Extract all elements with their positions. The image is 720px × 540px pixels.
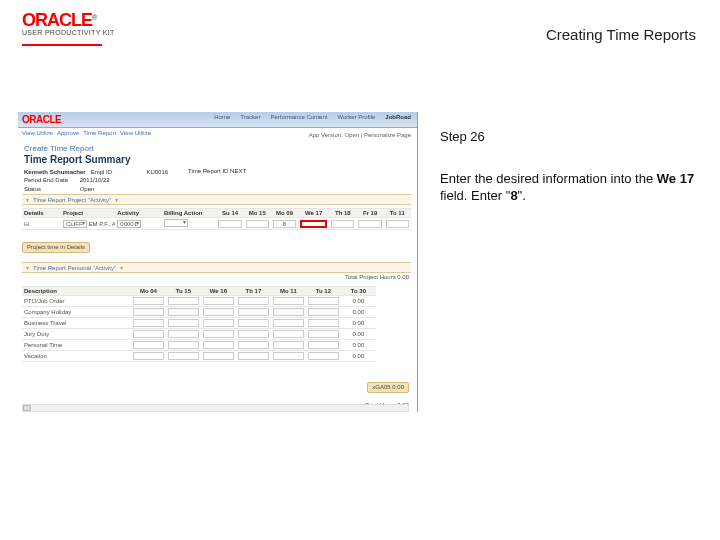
cell[interactable] — [273, 352, 304, 360]
section-personal-activity[interactable]: ▾ Time Report Personal "Activity" ▾ — [22, 262, 411, 273]
input-mo09[interactable]: 8 — [273, 220, 296, 228]
cell[interactable] — [308, 319, 339, 327]
tab-jobroad[interactable]: JobRoad — [385, 114, 411, 120]
project-hours-total: Total Project Hours 0.00 — [345, 274, 409, 280]
row-total: 0.00 — [341, 329, 376, 340]
cell[interactable] — [133, 352, 164, 360]
mini-logo: ORACLE — [22, 114, 61, 125]
col-activity: Activity — [115, 209, 162, 218]
cell[interactable] — [308, 308, 339, 316]
col-d7: To 30 — [341, 287, 376, 296]
cell[interactable] — [273, 297, 304, 305]
cell-fr19[interactable] — [356, 218, 383, 230]
cell[interactable] — [308, 352, 339, 360]
cell[interactable] — [168, 297, 199, 305]
cell[interactable] — [308, 330, 339, 338]
project-details-button[interactable]: Project time in Details — [22, 242, 90, 253]
project-detail: EM P.F., ALL 11 UM — [89, 221, 116, 227]
cell[interactable] — [168, 330, 199, 338]
desc: Company Holiday — [22, 307, 131, 318]
row-total: 0.00 — [341, 296, 376, 307]
col-d2: Tu 15 — [166, 287, 201, 296]
cell[interactable] — [308, 297, 339, 305]
cell[interactable] — [168, 341, 199, 349]
cell[interactable] — [238, 308, 269, 316]
cell[interactable] — [168, 352, 199, 360]
cell-to11[interactable] — [384, 218, 411, 230]
crumb-1[interactable]: View Utilize — [22, 130, 53, 136]
cell[interactable] — [238, 319, 269, 327]
billing-select[interactable] — [164, 219, 188, 227]
cell[interactable] — [133, 330, 164, 338]
logo-tm: ® — [92, 14, 97, 21]
grid-header-row: Details Project Activity Billing Action … — [22, 209, 411, 218]
cell[interactable] — [238, 352, 269, 360]
section-project-activity[interactable]: ▾ Time Report Project "Activity" ▾ — [22, 194, 411, 205]
user-line: App Version: Open | Personalize Page — [309, 132, 411, 138]
col-mo15: Mo 15 — [244, 209, 271, 218]
cell[interactable] — [238, 330, 269, 338]
tab-home[interactable]: Home — [214, 114, 230, 120]
cell[interactable] — [168, 319, 199, 327]
instruction-panel: Step 26 Enter the desired information in… — [440, 128, 700, 205]
section1-label: Time Report Project "Activity" — [33, 197, 111, 203]
page-header: ORACLE® USER PRODUCTIVITY KIT Creating T… — [0, 8, 720, 52]
cell-we17[interactable] — [298, 218, 329, 230]
input-th18[interactable] — [331, 220, 354, 228]
input-we17[interactable] — [300, 220, 327, 228]
cell-su14[interactable] — [216, 218, 243, 230]
emplid-label: Empl ID — [91, 168, 145, 176]
h-scrollbar[interactable] — [22, 404, 409, 412]
cell[interactable] — [133, 319, 164, 327]
input-to11[interactable] — [386, 220, 409, 228]
crumb-4[interactable]: View Utilize — [120, 130, 151, 136]
cell[interactable] — [133, 308, 164, 316]
input-mo15[interactable] — [246, 220, 269, 228]
grid-header-row: Description Mo 04 Tu 15 We 16 Th 17 Mo 1… — [22, 287, 411, 296]
table-row: Vacation0.00 — [22, 351, 411, 362]
cell[interactable] — [203, 341, 234, 349]
cell[interactable] — [238, 297, 269, 305]
cell-th18[interactable] — [329, 218, 356, 230]
subtotal: xGA05 0.00 — [367, 382, 409, 393]
cell-mo09[interactable]: 8 — [271, 218, 298, 230]
cell-mo15[interactable] — [244, 218, 271, 230]
cell[interactable] — [273, 330, 304, 338]
instr-field: We 17 — [657, 171, 694, 186]
tab-performance[interactable]: Performance Content — [270, 114, 327, 120]
tab-tracker[interactable]: Tracker — [240, 114, 260, 120]
cell[interactable] — [273, 319, 304, 327]
project-select[interactable]: CLIFF — [63, 220, 87, 228]
cell[interactable] — [203, 319, 234, 327]
scroll-left-button[interactable] — [23, 405, 31, 411]
status-label: Status — [24, 185, 78, 193]
cell[interactable] — [308, 341, 339, 349]
input-su14[interactable] — [218, 220, 241, 228]
crumb-2[interactable]: Approve — [57, 130, 79, 136]
input-fr19[interactable] — [358, 220, 381, 228]
activity-select[interactable]: 00001 — [117, 220, 141, 228]
tab-worker-profile[interactable]: Worker Profile — [337, 114, 375, 120]
cell[interactable] — [203, 297, 234, 305]
row-delete[interactable]: ⊟ — [22, 218, 61, 230]
crumb-3[interactable]: Time Report — [83, 130, 116, 136]
col-to11: To 11 — [384, 209, 411, 218]
pedate-value: 2011/10/22 — [80, 177, 110, 183]
instruction-text: Enter the desired information into the W… — [440, 170, 700, 205]
cell[interactable] — [133, 341, 164, 349]
billing-cell — [162, 218, 216, 230]
project-grid: Details Project Activity Billing Action … — [22, 208, 411, 230]
col-d4: Th 17 — [236, 287, 271, 296]
cell[interactable] — [168, 308, 199, 316]
cell[interactable] — [238, 341, 269, 349]
instr-part1: Enter the desired information into the — [440, 171, 657, 186]
cell[interactable] — [203, 330, 234, 338]
cell[interactable] — [273, 341, 304, 349]
col-d1: Mo 04 — [131, 287, 166, 296]
cell[interactable] — [133, 297, 164, 305]
cell[interactable] — [203, 308, 234, 316]
cell[interactable] — [203, 352, 234, 360]
cell[interactable] — [273, 308, 304, 316]
table-row: ⊟ CLIFF EM P.F., ALL 11 UM 00001 8 — [22, 218, 411, 230]
chevron-down-icon: ▾ — [120, 264, 123, 271]
